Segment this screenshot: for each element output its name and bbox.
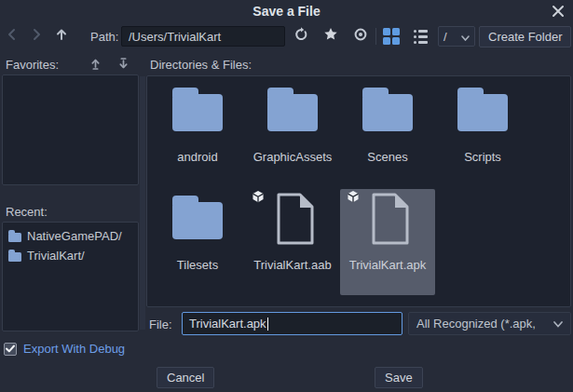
save-file-dialog: Save a File Path: /Users/TrivialKart — [0, 0, 573, 392]
folder-item[interactable]: Scenes — [340, 81, 435, 187]
path-input[interactable]: /Users/TrivialKart — [121, 26, 285, 47]
favorites-list[interactable] — [2, 74, 139, 185]
toolbar-separator — [375, 28, 376, 45]
package-badge-icon — [347, 190, 360, 203]
chevron-down-icon — [461, 30, 470, 44]
file-item[interactable]: TrivialKart.apk — [340, 189, 435, 295]
folder-icon — [172, 94, 223, 131]
move-up-icon — [89, 57, 102, 74]
favorites-label: Favorites: — [6, 58, 59, 72]
item-label: android — [143, 150, 252, 164]
item-label: TrivialKart.apk — [333, 258, 443, 272]
forward-button[interactable] — [27, 27, 46, 46]
recent-item-label: NativeGamePAD/ — [27, 229, 122, 243]
grid-view-icon — [383, 28, 400, 45]
show-hidden-toggle-button[interactable] — [351, 27, 370, 46]
refresh-icon — [293, 27, 308, 46]
filename-value: TrivialKart.apk — [189, 317, 266, 331]
path-value: /Users/TrivialKart — [129, 30, 221, 44]
up-directory-button[interactable] — [52, 27, 71, 46]
create-folder-label: Create Folder — [488, 30, 562, 44]
arrow-up-icon — [55, 28, 68, 45]
drive-dropdown[interactable]: / — [438, 26, 475, 47]
cancel-button[interactable]: Cancel — [157, 367, 214, 388]
list-view-button[interactable] — [411, 27, 430, 46]
folder-item[interactable]: GraphicAssets — [245, 81, 340, 187]
item-label: TrivialKart.aab — [238, 258, 348, 272]
recent-list[interactable]: NativeGamePAD/TrivialKart/ — [2, 222, 139, 331]
move-down-icon — [116, 57, 130, 74]
folder-icon — [362, 94, 413, 131]
export-with-debug-label: Export With Debug — [23, 342, 125, 356]
text-caret — [267, 318, 268, 331]
item-label: GraphicAssets — [238, 150, 348, 164]
recent-label: Recent: — [6, 205, 48, 219]
chevron-left-icon — [6, 28, 19, 45]
list-view-icon — [414, 30, 428, 44]
save-button[interactable]: Save — [375, 367, 423, 388]
hidden-files-icon — [353, 27, 368, 46]
close-icon — [552, 5, 565, 21]
folder-item[interactable]: Scripts — [435, 81, 530, 187]
filename-input[interactable]: TrivialKart.apk — [182, 312, 402, 335]
folder-item[interactable]: Tilesets — [150, 189, 245, 295]
dialog-title: Save a File — [0, 4, 573, 19]
item-label: Tilesets — [143, 258, 252, 272]
file-grid[interactable]: androidGraphicAssetsScenesScriptsTileset… — [146, 75, 571, 307]
drive-dropdown-value: / — [443, 30, 447, 44]
folder-icon — [8, 252, 21, 262]
file-icon — [272, 192, 315, 246]
chevron-right-icon — [30, 28, 43, 45]
favorite-toggle-button[interactable] — [321, 27, 340, 46]
title-bar: Save a File — [0, 0, 573, 24]
refresh-button[interactable] — [292, 27, 310, 46]
folder-icon — [267, 94, 318, 131]
item-label: Scenes — [333, 150, 443, 164]
folder-icon — [457, 94, 508, 131]
grid-view-button[interactable] — [382, 27, 401, 46]
file-type-filter-value: All Recognized (*.apk, — [416, 317, 536, 331]
cancel-label: Cancel — [167, 371, 204, 385]
file-label: File: — [149, 318, 172, 331]
checkbox-checked-icon — [4, 343, 17, 356]
recent-item[interactable]: TrivialKart/ — [3, 246, 138, 265]
folder-icon — [172, 202, 223, 239]
back-button[interactable] — [3, 27, 21, 46]
create-folder-button[interactable]: Create Folder — [479, 26, 571, 47]
chevron-down-icon — [553, 317, 563, 331]
pane-splitter[interactable] — [140, 76, 145, 330]
recent-item[interactable]: NativeGamePAD/ — [3, 226, 138, 246]
package-badge-icon — [252, 190, 265, 203]
favorite-move-down-button[interactable] — [114, 56, 132, 74]
file-icon — [367, 192, 410, 246]
save-label: Save — [385, 371, 413, 385]
export-with-debug-checkbox[interactable]: Export With Debug — [4, 342, 125, 356]
folder-item[interactable]: android — [150, 81, 245, 187]
close-button[interactable] — [550, 5, 566, 21]
favorite-move-up-button[interactable] — [86, 56, 104, 74]
star-icon — [323, 27, 338, 46]
file-item[interactable]: TrivialKart.aab — [245, 189, 340, 295]
path-label: Path: — [90, 30, 118, 44]
directories-files-label: Directories & Files: — [150, 58, 252, 72]
folder-icon — [8, 233, 21, 242]
item-label: Scripts — [428, 150, 538, 164]
recent-item-label: TrivialKart/ — [27, 249, 85, 263]
file-type-filter-dropdown[interactable]: All Recognized (*.apk, — [408, 312, 571, 335]
